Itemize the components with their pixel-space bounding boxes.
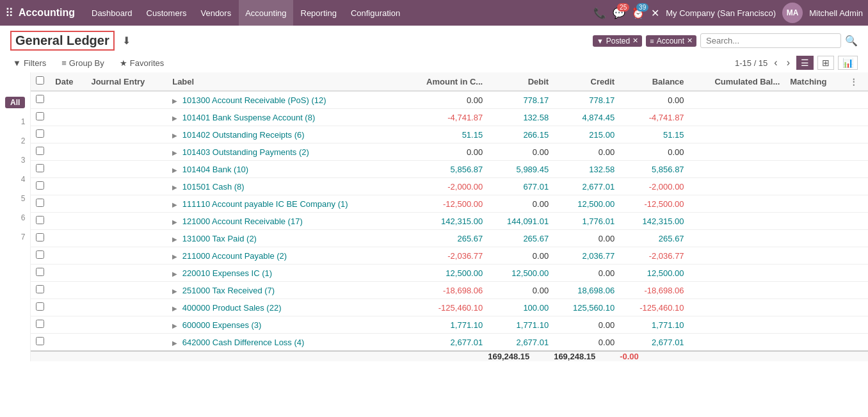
account-name[interactable]: 111110 Account payable IC BE Company (1) [182,199,348,209]
row-label: ▶ 101403 Outstanding Payments (2) [167,143,403,161]
nav-dashboard[interactable]: Dashboard [85,0,139,26]
activity-icon[interactable]: ⏰ 39 [632,7,645,19]
nav-accounting[interactable]: Accounting [239,0,293,26]
expand-icon[interactable]: ▶ [172,97,177,104]
grid-view-button[interactable]: ⊞ [817,56,834,70]
all-button-wrapper[interactable]: All [0,93,30,112]
row-checkbox[interactable] [31,161,50,178]
row-credit: 215.00 [554,126,620,143]
row-checkbox[interactable] [31,334,50,352]
close-icon[interactable]: ✕ [651,7,659,19]
account-name[interactable]: 101403 Outstanding Payments (2) [182,147,309,157]
row-checkbox[interactable] [31,213,50,230]
search-button[interactable]: 🔍 [845,35,858,47]
search-input[interactable] [700,33,841,48]
download-button[interactable]: ⬇ [122,35,131,47]
row-checkbox[interactable] [31,126,50,143]
row-checkbox[interactable] [31,230,50,247]
header-label: Label [167,72,403,91]
row-checkbox[interactable] [31,109,50,126]
row-checkbox[interactable] [31,91,50,109]
apps-icon[interactable]: ⠿ [5,6,13,20]
row-credit: 2,677.01 [554,178,620,195]
account-name[interactable]: 400000 Product Sales (22) [182,303,282,313]
row-label: ▶ 111110 Account payable IC BE Company (… [167,195,403,213]
expand-icon[interactable]: ▶ [172,132,177,139]
account-name[interactable]: 101404 Bank (10) [182,165,248,174]
account-name[interactable]: 211000 Account Payable (2) [182,251,287,261]
row-balance: -125,460.10 [620,299,689,316]
row-num-4: 4 [16,170,31,189]
expand-icon[interactable]: ▶ [172,167,177,174]
expand-icon[interactable]: ▶ [172,184,177,191]
header-options[interactable]: ⋮ [844,72,868,91]
chat-icon[interactable]: 💬 25 [613,7,625,19]
expand-icon[interactable]: ▶ [172,322,177,329]
expand-icon[interactable]: ▶ [172,288,177,295]
groupby-button[interactable]: ≡ Group By [59,57,107,69]
chart-view-button[interactable]: 📊 [838,56,858,70]
expand-icon[interactable]: ▶ [172,201,177,208]
row-checkbox[interactable] [31,247,50,265]
row-checkbox[interactable] [31,143,50,161]
account-name[interactable]: 642000 Cash Difference Loss (4) [182,338,305,347]
filter-tag-account-close[interactable]: ✕ [687,37,693,45]
filter-tag-posted-close[interactable]: ✕ [632,37,638,45]
account-name[interactable]: 101300 Account Receivable (PoS) (12) [182,95,326,105]
brand-label[interactable]: Accounting [19,7,75,19]
row-matching [785,213,844,230]
expand-icon[interactable]: ▶ [172,218,177,225]
row-credit: 0.00 [554,334,620,352]
row-debit: 5,989.45 [488,161,554,178]
account-name[interactable]: 101402 Outstanding Receipts (6) [182,130,305,140]
row-date [50,316,86,334]
row-journal-entry [86,161,167,178]
header-right: ▼ Posted ✕ ≡ Account ✕ 🔍 [593,33,858,48]
row-label: ▶ 251000 Tax Received (7) [167,282,403,299]
expand-icon[interactable]: ▶ [172,270,177,277]
expand-icon[interactable]: ▶ [172,236,177,243]
row-checkbox[interactable] [31,282,50,299]
list-view-button[interactable]: ☰ [796,56,814,70]
expand-icon[interactable]: ▶ [172,305,177,312]
row-checkbox[interactable] [31,178,50,195]
expand-icon[interactable]: ▶ [172,339,177,347]
row-credit: 4,874.45 [554,109,620,126]
prev-page-button[interactable]: ‹ [771,56,780,70]
account-name[interactable]: 220010 Expenses IC (1) [182,268,272,278]
account-name[interactable]: 101401 Bank Suspense Account (8) [182,113,315,122]
row-balance: -18,698.06 [620,282,689,299]
account-name[interactable]: 131000 Tax Paid (2) [182,234,257,243]
table-header-row: Date Journal Entry Label Amount in C... … [31,72,868,91]
account-name[interactable]: 251000 Tax Received (7) [182,286,275,295]
expand-icon[interactable]: ▶ [172,115,177,122]
expand-icon[interactable]: ▶ [172,149,177,156]
account-name[interactable]: 121000 Account Receivable (17) [182,217,303,226]
row-checkbox[interactable] [31,195,50,213]
row-amount: -125,460.10 [403,299,488,316]
account-name[interactable]: 101501 Cash (8) [182,182,245,192]
row-journal-entry [86,143,167,161]
row-date [50,91,86,109]
row-debit: 144,091.01 [488,213,554,230]
nav-vendors[interactable]: Vendors [194,0,237,26]
nav-customers[interactable]: Customers [140,0,193,26]
favorites-button[interactable]: ★ Favorites [117,57,166,69]
row-balance: -2,036.77 [620,247,689,265]
next-page-button[interactable]: › [784,56,792,70]
row-checkbox[interactable] [31,299,50,316]
phone-icon[interactable]: 📞 [593,7,606,19]
select-all-checkbox[interactable] [36,76,44,85]
filters-button[interactable]: ▼ Filters [10,57,49,69]
account-name[interactable]: 600000 Expenses (3) [182,320,262,330]
all-button[interactable]: All [5,97,25,108]
expand-icon[interactable]: ▶ [172,253,177,260]
chat-badge: 25 [617,3,629,12]
row-cum-balance [689,334,785,352]
row-checkbox[interactable] [31,265,50,282]
page-title: General Ledger [10,31,115,51]
row-checkbox[interactable] [31,316,50,334]
nav-configuration[interactable]: Configuration [344,0,406,26]
nav-reporting[interactable]: Reporting [294,0,343,26]
user-avatar[interactable]: MA [782,3,803,23]
